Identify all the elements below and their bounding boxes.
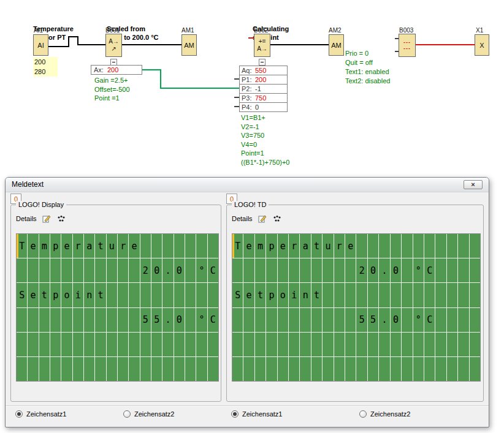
display-cell[interactable] (356, 357, 367, 381)
wire-b001-b002-param[interactable] (142, 70, 239, 88)
display-cell[interactable] (118, 308, 128, 332)
block-open-connector-x1[interactable]: X (475, 34, 489, 56)
display-cell[interactable] (243, 333, 254, 356)
display-cell[interactable] (391, 283, 401, 307)
display-cell[interactable] (323, 258, 333, 282)
display-cell[interactable]: C (424, 308, 435, 332)
display-cell[interactable] (323, 308, 333, 332)
radio-zeichensatz1-display[interactable]: Zeichensatz1 (15, 409, 66, 419)
display-cell[interactable] (368, 283, 378, 307)
display-cell[interactable] (470, 333, 480, 356)
display-cell[interactable] (61, 258, 72, 282)
display-cell[interactable] (379, 357, 389, 381)
display-cell[interactable] (289, 357, 299, 381)
display-cell[interactable] (278, 308, 288, 332)
display-cell[interactable] (356, 234, 367, 258)
display-cell[interactable] (162, 333, 173, 356)
display-cell[interactable] (458, 258, 468, 282)
display-cell[interactable] (278, 258, 288, 282)
display-cell[interactable]: m (39, 234, 50, 258)
display-cell[interactable] (458, 357, 468, 381)
display-cell[interactable]: e (243, 234, 254, 258)
display-cell[interactable] (140, 333, 151, 356)
display-cell[interactable] (50, 357, 61, 381)
display-cell[interactable] (413, 357, 424, 381)
display-cell[interactable]: T (232, 234, 243, 258)
display-cell[interactable] (174, 357, 185, 381)
display-cell[interactable] (470, 357, 480, 381)
display-cell[interactable] (435, 283, 446, 307)
display-cell[interactable] (208, 333, 218, 356)
display-cell[interactable] (402, 234, 412, 258)
display-cell[interactable] (185, 234, 196, 258)
display-cell[interactable]: 0 (391, 258, 401, 282)
display-cell[interactable]: 5 (368, 308, 378, 332)
display-cell[interactable] (447, 308, 457, 332)
block-math-instruction-b002[interactable]: += A→ (254, 34, 270, 57)
display-cell[interactable] (196, 333, 207, 356)
display-cell[interactable]: t (95, 234, 105, 258)
display-cell[interactable] (391, 357, 401, 381)
display-cell[interactable]: r (118, 234, 128, 258)
display-cell[interactable] (435, 234, 446, 258)
display-cell[interactable]: 0 (391, 308, 401, 332)
display-cell[interactable] (323, 283, 333, 307)
display-cell[interactable] (334, 258, 345, 282)
display-cell[interactable]: e (345, 234, 356, 258)
display-cell[interactable] (470, 283, 480, 307)
display-cell[interactable] (162, 357, 173, 381)
display-cell[interactable] (435, 333, 446, 356)
display-cell[interactable] (95, 258, 105, 282)
display-cell[interactable] (379, 333, 389, 356)
display-cell[interactable] (232, 357, 243, 381)
display-cell[interactable] (162, 234, 173, 258)
edit-pencil-icon[interactable] (42, 214, 52, 223)
parameter-row[interactable]: P1:200 (240, 75, 287, 84)
display-cell[interactable]: o (61, 283, 72, 307)
display-cell[interactable] (129, 283, 139, 307)
display-cell[interactable] (39, 258, 50, 282)
display-cell[interactable]: p (266, 234, 277, 258)
display-cell[interactable] (243, 258, 254, 282)
block-analog-input-ai1[interactable]: AI (33, 34, 48, 56)
block-analog-marker-am2[interactable]: AM (329, 34, 344, 56)
display-cell[interactable] (39, 308, 50, 332)
display-cell[interactable] (447, 234, 457, 258)
display-cell[interactable] (28, 333, 38, 356)
display-cell[interactable] (140, 234, 151, 258)
display-cell[interactable] (129, 308, 139, 332)
display-cell[interactable]: t (311, 234, 322, 258)
display-cell[interactable] (323, 357, 333, 381)
display-cell[interactable] (311, 258, 322, 282)
display-cell[interactable] (129, 258, 139, 282)
display-cell[interactable] (185, 283, 196, 307)
display-cell[interactable] (424, 333, 435, 356)
display-cell[interactable] (255, 333, 265, 356)
display-cell[interactable] (17, 308, 27, 332)
display-cell[interactable]: n (84, 283, 94, 307)
display-cell[interactable]: t (255, 283, 265, 307)
display-cell[interactable] (162, 283, 173, 307)
display-cell[interactable]: S (232, 283, 243, 307)
display-cell[interactable] (391, 333, 401, 356)
display-cell[interactable] (255, 308, 265, 332)
display-cell[interactable] (28, 258, 38, 282)
display-cell[interactable]: ° (413, 308, 424, 332)
display-cell[interactable] (107, 258, 117, 282)
display-cell[interactable] (174, 283, 185, 307)
display-cell[interactable] (278, 333, 288, 356)
display-cell[interactable]: u (107, 234, 117, 258)
display-cell[interactable] (470, 308, 480, 332)
display-cell[interactable] (424, 283, 435, 307)
display-cell[interactable]: t (95, 283, 105, 307)
display-cell[interactable] (266, 333, 277, 356)
display-cell[interactable]: C (208, 308, 218, 332)
display-cell[interactable] (50, 333, 61, 356)
parameter-row[interactable]: Aq:550 (240, 66, 287, 75)
display-cell[interactable]: . (162, 258, 173, 282)
display-cell[interactable]: o (278, 283, 288, 307)
display-cell[interactable] (185, 258, 196, 282)
display-cell[interactable] (368, 357, 378, 381)
display-cell[interactable] (447, 333, 457, 356)
display-cell[interactable] (17, 333, 27, 356)
